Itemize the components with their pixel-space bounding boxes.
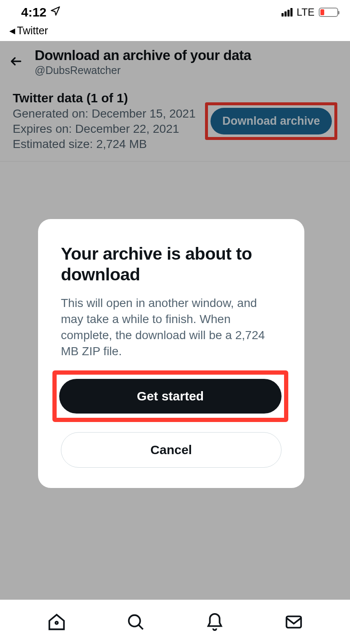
signal-icon <box>282 8 293 16</box>
breadcrumb-app: Twitter <box>17 25 48 37</box>
notifications-icon[interactable] <box>205 612 225 632</box>
download-modal: Your archive is about to download This w… <box>38 219 304 488</box>
modal-body: This will open in another window, and ma… <box>61 295 282 359</box>
status-time: 4:12 <box>21 5 46 19</box>
search-icon[interactable] <box>126 612 146 632</box>
svg-rect-2 <box>286 617 301 628</box>
get-started-button[interactable]: Get started <box>59 379 282 414</box>
location-arrow-icon <box>50 5 61 19</box>
bottom-nav <box>0 600 350 644</box>
network-label: LTE <box>297 6 314 18</box>
status-left: 4:12 <box>21 5 61 19</box>
home-icon[interactable] <box>46 612 67 632</box>
battery-icon <box>319 8 338 17</box>
messages-icon[interactable] <box>284 612 304 632</box>
modal-title: Your archive is about to download <box>61 244 282 285</box>
svg-point-0 <box>55 622 58 624</box>
svg-point-1 <box>129 615 140 627</box>
highlight-box-primary: Get started <box>52 370 288 422</box>
status-right: LTE <box>282 6 338 18</box>
breadcrumb[interactable]: ◀ Twitter <box>0 25 350 41</box>
status-bar: 4:12 LTE <box>0 0 350 25</box>
modal-actions: Get started Cancel <box>61 375 282 468</box>
cancel-button[interactable]: Cancel <box>61 432 282 468</box>
back-caret-icon: ◀ <box>9 26 15 36</box>
